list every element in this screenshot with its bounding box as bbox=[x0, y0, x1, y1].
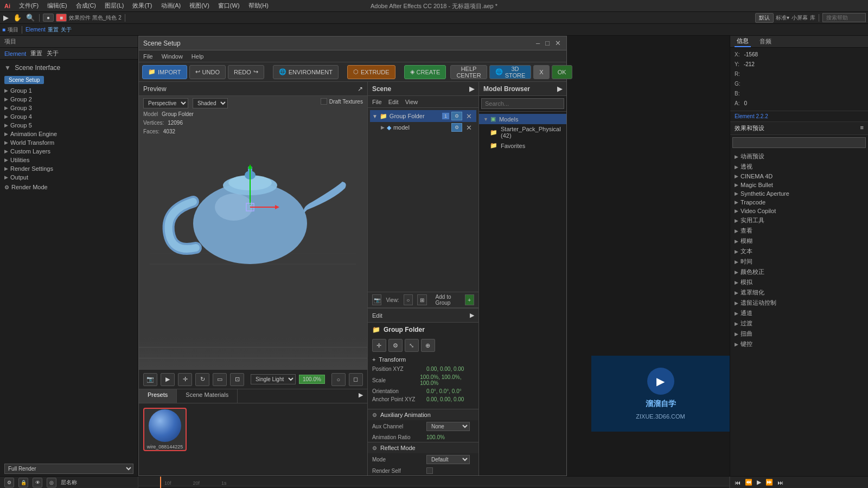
btn-stop[interactable]: ■ bbox=[56, 14, 67, 22]
model-row[interactable]: ▶ ◆ model ⚙ ✕ bbox=[370, 122, 476, 133]
rt-play[interactable]: ▶ bbox=[757, 479, 761, 486]
menu-help[interactable]: 帮助(H) bbox=[244, 2, 273, 10]
menu-layer[interactable]: 图层(L) bbox=[100, 2, 128, 10]
tt-move[interactable]: ✛ bbox=[372, 339, 386, 352]
dialog-minimize[interactable]: – bbox=[535, 39, 541, 47]
mb-favorites[interactable]: 📁 Favorites bbox=[479, 140, 566, 151]
element-about[interactable]: 关于 bbox=[61, 26, 72, 34]
view-grid-btn[interactable]: ⊞ bbox=[417, 294, 426, 305]
tree-group2[interactable]: ▶ Group 2 bbox=[0, 95, 138, 104]
preview-viewport[interactable]: Perspective Shaded Draft Textures bbox=[139, 96, 367, 369]
tt-rotate[interactable]: ⚙ bbox=[388, 339, 403, 352]
btn-record[interactable]: ● bbox=[43, 14, 54, 22]
effect-lookup[interactable]: ▶ 查看 bbox=[730, 226, 868, 236]
tree-world-transform[interactable]: ▶ World Transform bbox=[0, 138, 138, 147]
effect-mask[interactable]: ▶ 遮罩细化 bbox=[730, 287, 868, 298]
tree-group3[interactable]: ▶ Group 3 bbox=[0, 104, 138, 112]
tt-extra[interactable]: ⊕ bbox=[421, 339, 435, 352]
tl-settings[interactable]: ⚙ bbox=[4, 478, 14, 487]
element-reset[interactable]: 重置 bbox=[48, 26, 59, 34]
effect-synthetic[interactable]: ▶ Synthetic Aperture bbox=[730, 189, 868, 198]
effect-cinema4d[interactable]: ▶ CINEMA 4D bbox=[730, 172, 868, 181]
timeline-playhead[interactable] bbox=[160, 477, 161, 488]
rt-next[interactable]: ⏩ bbox=[765, 479, 773, 486]
draft-textures-toggle[interactable]: Draft Textures bbox=[321, 98, 363, 105]
mode-select[interactable]: Default bbox=[426, 455, 470, 464]
tl-solo[interactable]: ◎ bbox=[47, 478, 56, 487]
mb-expand[interactable]: ▶ bbox=[557, 85, 562, 93]
move-btn[interactable]: ✛ bbox=[178, 373, 192, 386]
help-center-button[interactable]: HELP CENTER bbox=[450, 65, 487, 79]
scene-setup-button[interactable]: Scene Setup bbox=[4, 76, 44, 84]
create-button[interactable]: ◈ CREATE bbox=[404, 65, 446, 79]
light-mode-select[interactable]: Single Light bbox=[251, 374, 296, 384]
preset-swatch-1[interactable]: wire_088144225 bbox=[143, 408, 187, 451]
element-tab[interactable]: Element bbox=[4, 50, 26, 57]
menu-animate[interactable]: 动画(A) bbox=[157, 2, 186, 10]
menu-edit[interactable]: 编辑(E) bbox=[43, 2, 72, 10]
rt-prev[interactable]: ⏪ bbox=[745, 479, 752, 486]
tab-audio[interactable]: 音频 bbox=[757, 36, 774, 47]
environment-button[interactable]: 🌐 ENVIRONMENT bbox=[273, 65, 339, 79]
tool-hand[interactable]: ✋ bbox=[12, 12, 23, 23]
center-btn[interactable]: ⊡ bbox=[230, 373, 244, 386]
tab-presets[interactable]: Presets bbox=[139, 389, 177, 403]
render-self-checkbox[interactable] bbox=[426, 467, 433, 474]
scene-edit[interactable]: Edit bbox=[388, 99, 399, 105]
scene-expand[interactable]: ▶ bbox=[469, 85, 474, 93]
effect-channel[interactable]: ▶ 通道 bbox=[730, 308, 868, 318]
frame-btn[interactable]: ▭ bbox=[213, 373, 227, 386]
effect-motion-control[interactable]: ▶ 遗留运动控制 bbox=[730, 298, 868, 308]
effect-text[interactable]: ▶ 文本 bbox=[730, 246, 868, 256]
effect-time[interactable]: ▶ 时间 bbox=[730, 256, 868, 267]
scene-cam-btn[interactable]: 📷 bbox=[372, 294, 381, 305]
gf-settings-btn[interactable]: ⚙ bbox=[451, 112, 462, 120]
effect-transition[interactable]: ▶ 过渡 bbox=[730, 318, 868, 329]
scene-view[interactable]: View bbox=[405, 99, 418, 105]
projection-select[interactable]: Perspective bbox=[143, 98, 188, 108]
import-button[interactable]: 📁 IMPORT bbox=[142, 65, 187, 79]
effect-utility[interactable]: ▶ 实用工具 bbox=[730, 215, 868, 226]
reset-btn[interactable]: 重置 bbox=[30, 49, 42, 57]
tl-eye[interactable]: 👁 bbox=[33, 478, 42, 487]
effect-simulate[interactable]: ▶ 模拟 bbox=[730, 277, 868, 287]
dialog-menu-help[interactable]: Help bbox=[192, 53, 204, 60]
rt-end[interactable]: ⏭ bbox=[777, 479, 783, 486]
tool-select[interactable]: ▶ bbox=[2, 12, 10, 23]
draft-textures-checkbox[interactable] bbox=[321, 98, 327, 105]
tree-custom-layers[interactable]: ▶ Custom Layers bbox=[0, 147, 138, 156]
preview-expand-icon[interactable]: ↗ bbox=[358, 85, 363, 93]
effect-magic-bullet[interactable]: ▶ Magic Bullet bbox=[730, 181, 868, 189]
dialog-ok-button[interactable]: OK bbox=[552, 65, 572, 79]
dialog-menu-file[interactable]: File bbox=[143, 53, 153, 60]
mb-models-folder[interactable]: ▼ ▣ Models bbox=[479, 114, 566, 124]
effect-perspective[interactable]: ▶ 透视 bbox=[730, 162, 868, 172]
render-frame-btn[interactable]: ◻ bbox=[349, 373, 363, 386]
tt-scale[interactable]: ⤡ bbox=[405, 339, 419, 352]
tree-group4[interactable]: ▶ Group 4 bbox=[0, 112, 138, 121]
about-btn[interactable]: 关于 bbox=[47, 49, 59, 57]
menu-window[interactable]: 窗口(W) bbox=[214, 2, 244, 10]
tl-lock[interactable]: 🔒 bbox=[18, 478, 28, 487]
model-settings-btn[interactable]: ⚙ bbox=[451, 123, 462, 132]
extrude-button[interactable]: ⬡ EXTRUDE bbox=[347, 65, 395, 79]
menu-effects[interactable]: 效果(T) bbox=[128, 2, 156, 10]
store-button[interactable]: 🌐 3D STORE bbox=[489, 65, 532, 79]
play-btn[interactable]: ▶ bbox=[161, 373, 175, 386]
aux-channel-select[interactable]: None bbox=[426, 422, 470, 431]
btn-default[interactable]: 默认 bbox=[755, 13, 774, 23]
group-folder-row[interactable]: ▼ 📁 Group Folder 1 ⚙ ✕ bbox=[370, 110, 476, 122]
model-close-btn[interactable]: ✕ bbox=[463, 123, 474, 132]
rotate-btn[interactable]: ↻ bbox=[195, 373, 209, 386]
tool-zoom[interactable]: 🔍 bbox=[25, 12, 36, 23]
dialog-close[interactable]: ✕ bbox=[554, 39, 562, 47]
dialog-maximize[interactable]: □ bbox=[544, 39, 551, 47]
menu-view[interactable]: 视图(V) bbox=[185, 2, 214, 10]
effect-keying[interactable]: ▶ 键控 bbox=[730, 339, 868, 349]
dialog-menu-window[interactable]: Window bbox=[162, 53, 183, 60]
tree-anim-engine[interactable]: ▶ Animation Engine bbox=[0, 130, 138, 138]
tree-output[interactable]: ▶ Output bbox=[0, 173, 138, 182]
tree-group5[interactable]: ▶ Group 5 bbox=[0, 121, 138, 130]
menu-compose[interactable]: 合成(C) bbox=[72, 2, 100, 10]
tree-utilities[interactable]: ▶ Utilities bbox=[0, 156, 138, 164]
